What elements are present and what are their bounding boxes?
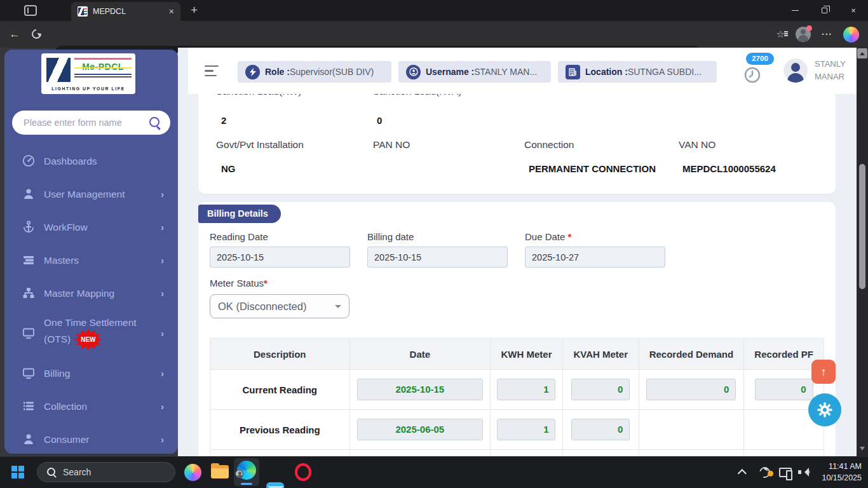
clock-date: 10/15/2025 (806, 472, 862, 484)
search-icon[interactable] (149, 116, 161, 129)
brand-tagline: LIGHTING UP YOUR LIFE (41, 86, 135, 91)
favorites-bar-icon[interactable]: ☆ (776, 29, 785, 40)
taskbar-copilot-icon[interactable] (184, 464, 201, 481)
col-kwh: KWH Meter (491, 339, 563, 369)
previous-date-input[interactable]: 2025-06-05 (357, 419, 483, 440)
edge-profile-badge (235, 470, 243, 478)
copilot-icon[interactable] (843, 27, 859, 43)
session-timer[interactable]: 2700 (740, 51, 775, 90)
scrollbar-thumb[interactable] (859, 164, 865, 289)
sitemap-icon (21, 285, 36, 301)
meter-status-select[interactable]: OK (Disconnected) (210, 294, 349, 318)
monitor-icon (21, 365, 36, 381)
browser-titlebar: MEPDCL × + × (0, 0, 868, 21)
reading-date-label: Reading Date (210, 231, 268, 242)
page-scrollbar[interactable] (857, 48, 868, 456)
current-kwh-input[interactable]: 1 (497, 379, 555, 400)
tab-close-icon[interactable]: × (169, 6, 174, 17)
masters-icon (21, 252, 36, 268)
chevron-right-icon: › (161, 288, 164, 299)
meter-status-label: Meter Status* (210, 278, 268, 288)
window-minimize-button[interactable] (780, 0, 810, 21)
location-badge: Location :SUTNGA SUBDI... (558, 61, 717, 83)
taskbar-opera-icon[interactable] (294, 463, 313, 482)
hamburger-menu-icon[interactable] (205, 65, 219, 79)
van-value: MEPDCL1000055624 (682, 163, 776, 174)
profile-notification-dot (806, 25, 812, 31)
site-favicon-icon (78, 6, 88, 17)
numbered-list-icon (21, 398, 36, 414)
active-app-indicator (241, 483, 252, 485)
timer-count-badge: 2700 (746, 53, 774, 65)
chevron-right-icon: › (161, 328, 164, 339)
current-demand-input[interactable]: 0 (646, 379, 736, 400)
taskbar-mail-icon[interactable] (266, 482, 284, 488)
billing-date-input[interactable] (367, 247, 508, 268)
taskbar-clock[interactable]: 11:41 AM 10/15/2025 (806, 461, 862, 484)
billing-date-label: Billing date (367, 231, 414, 242)
sidebar-item-user-management[interactable]: User Management › (4, 177, 178, 210)
due-date-label: Due Date * (525, 231, 571, 242)
van-label: VAN NO (679, 139, 715, 151)
scrollbar-down-button[interactable] (860, 447, 865, 453)
scroll-to-top-button[interactable]: ↑ (811, 360, 836, 384)
taskbar-search[interactable]: Search (37, 462, 175, 482)
current-date-input[interactable]: 2025-10-15 (357, 379, 483, 400)
previous-kvah-input[interactable]: 0 (571, 419, 630, 440)
chevron-right-icon: › (161, 401, 164, 412)
sidebar-item-billing[interactable]: Billing › (4, 356, 178, 390)
form-search-input[interactable] (12, 118, 149, 128)
browser-menu-icon[interactable]: ··· (822, 29, 832, 39)
due-date-input[interactable] (525, 247, 665, 268)
table-header-row: Description Date KWH Meter KVAH Meter Re… (210, 339, 824, 370)
search-icon (46, 467, 57, 477)
bolt-icon (245, 65, 260, 79)
user-circle-icon (406, 65, 421, 79)
reading-date-input[interactable] (210, 247, 350, 268)
user-avatar[interactable] (783, 58, 808, 83)
refresh-button[interactable] (30, 27, 43, 41)
sidebar-item-workflow[interactable]: WorkFlow › (4, 210, 178, 243)
brand-name: Me-PDCL (74, 62, 132, 72)
sidebar-item-masters[interactable]: Masters › (4, 243, 178, 276)
taskbar-edge-active[interactable] (234, 458, 259, 486)
window-close-button[interactable]: × (839, 0, 868, 21)
dashboard-icon (21, 153, 36, 168)
gear-icon (816, 401, 834, 419)
tray-sync-icon[interactable] (756, 456, 773, 488)
tray-display-icon[interactable] (776, 456, 794, 488)
chevron-right-icon: › (161, 222, 164, 233)
tab-title: MEPDCL (93, 7, 169, 16)
previous-kwh-input[interactable]: 1 (497, 419, 555, 440)
col-kvah: KVAH Meter (563, 339, 639, 369)
chevron-right-icon: › (161, 189, 164, 200)
col-demand: Recorded Demand (639, 339, 745, 369)
chevron-right-icon: › (161, 368, 164, 379)
connection-value: PERMANENT CONNECTION (529, 163, 656, 174)
chevron-right-icon: › (161, 255, 164, 266)
sidebar-item-collection[interactable]: Collection › (4, 390, 178, 423)
start-button[interactable] (11, 466, 25, 478)
sidebar-item-consumer[interactable]: Consumer › (4, 423, 178, 454)
back-button[interactable]: ← (6, 21, 23, 48)
tab-actions-icon[interactable] (24, 5, 37, 16)
sanction-kva-value: 0 (377, 115, 382, 126)
browser-profile-avatar[interactable] (796, 27, 811, 42)
scrollbar-up-button[interactable] (857, 48, 867, 58)
current-pf-input[interactable]: 0 (755, 379, 813, 400)
browser-toolbar: ← https://mepdcl.ubs.ieasybill.com/BillG… (0, 21, 868, 48)
current-kvah-input[interactable]: 0 (571, 379, 630, 400)
new-tab-button[interactable]: + (191, 3, 198, 17)
sidebar-item-dashboards[interactable]: Dashboards (4, 144, 178, 177)
sidebar-item-master-mapping[interactable]: Master Mapping › (4, 276, 178, 309)
sidebar-item-ots[interactable]: One Time Settlement (OTS)NEW › (4, 309, 178, 356)
taskbar-file-explorer-icon[interactable] (210, 463, 229, 482)
col-description: Description (210, 339, 350, 369)
table-row-previous: Previous Reading 2025-06-05 1 0 (210, 410, 824, 450)
user-name: STANLY MANAR (815, 58, 846, 83)
settings-fab-button[interactable] (808, 393, 841, 426)
window-restore-button[interactable] (810, 0, 839, 21)
tray-show-hidden-icons[interactable] (736, 456, 751, 488)
browser-tab[interactable]: MEPDCL × (71, 2, 180, 21)
govt-pvt-label: Govt/Pvt Installation (216, 139, 304, 151)
